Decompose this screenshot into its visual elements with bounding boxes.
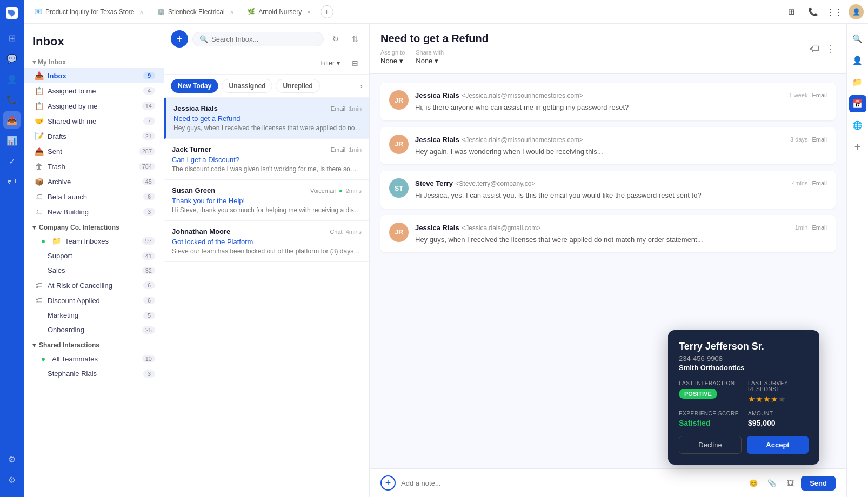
right-sidebar: 🔍 👤 📁 📅 🌐 + [846,24,868,497]
survey-stars: ★★★★★ [748,394,809,404]
at-risk-count: 6 [143,281,155,289]
msg-sender-jessica-1: Jessica Rials [415,91,459,99]
sidebar-item-new-building[interactable]: 🏷 New Building 3 [24,204,164,219]
search-box[interactable]: 🔍 [192,32,324,46]
sort-button[interactable]: ⇅ [348,31,363,46]
tab-stienbeck-close[interactable]: × [230,9,233,15]
topbar-phone-icon[interactable]: 📞 [805,4,820,19]
shared-interactions-header[interactable]: ▾ Shared Interactions [24,337,164,351]
settings1-icon[interactable]: ⚙ [3,451,21,468]
right-calendar-button[interactable]: 📅 [849,95,866,112]
more-options-button[interactable]: ⋮ [826,43,836,55]
sidebar-item-archive[interactable]: 📦 Archive 45 [24,174,164,189]
team-inboxes-sub-icon: 📁 [52,237,61,245]
tabs-more-arrow[interactable]: › [360,82,363,90]
sidebar-item-assigned-to-me[interactable]: 📋 Assigned to me 4 [24,83,164,98]
assign-to-value[interactable]: None ▾ [380,57,405,65]
tab-arnold-close[interactable]: × [307,9,310,15]
sidebar-reports-icon[interactable]: 📊 [3,132,21,149]
logo-button[interactable] [3,4,21,22]
tab-product-label: Product Inquiry for Texas Store [45,8,135,16]
topbar-grid-icon[interactable]: ⊞ [784,4,799,19]
tab-unassigned[interactable]: Unassigned [222,79,272,93]
tab-arnold[interactable]: 🌿 Arnold Nursery × [241,5,317,19]
tab-new-today[interactable]: New Today [171,79,218,93]
sidebar-item-marketing[interactable]: Marketing 5 [24,308,164,323]
user-avatar[interactable]: 👤 [849,4,864,19]
sidebar-item-trash[interactable]: 🗑 Trash 784 [24,159,164,174]
decline-button[interactable]: Decline [679,436,742,454]
settings2-icon[interactable]: ⚙ [3,471,21,488]
sidebar-item-support[interactable]: Support 41 [24,249,164,263]
share-with-val: None [416,57,432,65]
sent-count: 287 [139,147,155,155]
tag-icon-button[interactable]: 🏷 [810,43,819,55]
conversation-item-jessica[interactable]: Jessica Rials Email 1min Need to get a R… [164,98,369,139]
sidebar-item-sent[interactable]: 📤 Sent 287 [24,144,164,159]
sidebar-item-shared-with-me[interactable]: 🤝 Shared with me 7 [24,113,164,129]
sidebar-phone-icon[interactable]: 📞 [3,91,21,108]
right-search-button[interactable]: 🔍 [849,30,866,48]
sidebar-item-discount-applied[interactable]: 🏷 Discount Applied 6 [24,293,164,308]
accept-button[interactable]: Accept [747,436,809,454]
at-risk-label: At Risk of Cancelling [48,281,139,290]
sidebar-item-team-inboxes[interactable]: ● 📁 Team Inboxes 97 [24,233,164,249]
tab-arnold-icon: 🌿 [248,8,255,15]
sidebar-item-onboarding[interactable]: Onboarding 25 [24,323,164,337]
my-inbox-section[interactable]: ▾ My Inbox [24,55,164,68]
refresh-button[interactable]: ↻ [328,31,343,46]
sidebar-item-all-teammates[interactable]: ● All Teammates 10 [24,351,164,366]
assigned-to-me-label: Assigned to me [48,87,139,95]
right-add-button[interactable]: + [849,138,866,156]
sidebar-contacts-icon[interactable]: 👤 [3,70,21,88]
compose-button[interactable]: + [171,30,188,48]
inbox-list-header: + 🔍 ↻ ⇅ [164,24,369,52]
inbox-item-count: 9 [143,72,155,79]
emoji-button[interactable]: 😊 [746,475,761,491]
sidebar-chat-icon[interactable]: 💬 [3,50,21,67]
right-folder-button[interactable]: 📁 [849,73,866,91]
sidebar-item-inbox[interactable]: 📥 Inbox 9 [24,68,164,83]
filter-button[interactable]: Filter ▾ [317,58,343,69]
sidebar-tag-icon[interactable]: 🏷 [3,173,21,190]
tab-add-button[interactable]: + [321,5,333,18]
tab-stienbeck[interactable]: 🏢 Stienbeck Electrical × [151,5,240,19]
tab-product-close[interactable]: × [140,9,143,15]
compose-input[interactable] [401,479,740,487]
last-survey-col: LAST SURVEY RESPONSE ★★★★★ [748,380,809,404]
sidebar-home-icon[interactable]: ⊞ [3,29,21,46]
topbar-apps-icon[interactable]: ⋮⋮ [827,4,842,19]
conv-preview-jessica: Hey guys, when I received the licenses t… [173,124,362,132]
compose-add-button[interactable]: + [380,475,396,491]
compose-actions: 😊 📎 🖼 Send [746,475,836,491]
conversation-item-johnathan[interactable]: Johnathan Moore Chat 4mins Got locked of… [164,221,369,262]
send-button[interactable]: Send [801,476,836,491]
sidebar-item-beta-launch[interactable]: 🏷 Beta Launch 6 [24,189,164,204]
search-icon: 🔍 [199,35,208,43]
conv-time-jack: 1min [349,146,362,153]
right-person-button[interactable]: 👤 [849,52,866,69]
discount-applied-icon: 🏷 [35,296,43,305]
right-globe-button[interactable]: 🌐 [849,117,866,134]
assign-to-label: Assign to [380,49,405,56]
tab-product-inquiry[interactable]: 📧 Product Inquiry for Texas Store × [28,5,150,19]
sidebar-item-drafts[interactable]: 📝 Drafts 21 [24,129,164,144]
sidebar-tasks-icon[interactable]: ✓ [3,152,21,170]
sidebar-inbox-icon[interactable]: 📥 [3,111,21,129]
sort-icon-button[interactable]: ⊟ [348,56,363,71]
share-with-value[interactable]: None ▾ [416,57,444,65]
company-interactions-header[interactable]: ▾ Company Co. Interactions [24,219,164,233]
image-button[interactable]: 🖼 [783,475,798,491]
sidebar-item-stephanie[interactable]: Stephanie Rials 3 [24,366,164,381]
assigned-by-me-icon: 📋 [35,102,43,110]
sidebar-item-assigned-by-me[interactable]: 📋 Assigned by me 14 [24,98,164,113]
tab-unreplied[interactable]: Unreplied [276,79,319,93]
archive-label: Archive [48,178,138,186]
attach-button[interactable]: 📎 [764,475,779,491]
conversation-item-jack[interactable]: Jack Turner Email 1min Can I get a Disco… [164,139,369,180]
conversation-item-susan[interactable]: Susan Green Voicemail ● 2mins Thank you … [164,180,369,221]
search-input[interactable] [211,35,317,43]
sidebar-item-at-risk[interactable]: 🏷 At Risk of Cancelling 6 [24,278,164,293]
sidebar-item-sales[interactable]: Sales 32 [24,263,164,278]
conv-time-susan: 2mins [346,187,362,194]
